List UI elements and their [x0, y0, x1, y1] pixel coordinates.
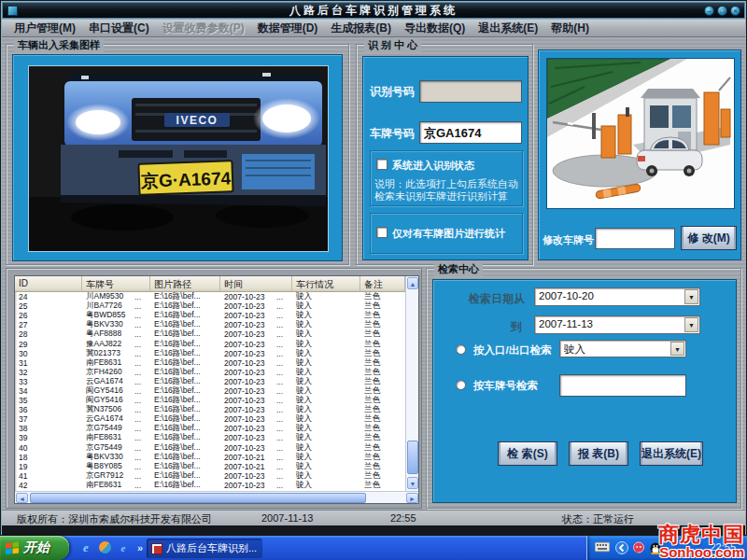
ie-quicklaunch-icon[interactable]: e	[78, 540, 93, 555]
gate-panel: 修改车牌号 修 改(M)	[538, 49, 741, 260]
table-cell: ...	[131, 443, 150, 453]
table-cell: 兰色	[360, 480, 405, 491]
menu-bar: 用户管理(M)串口设置(C)设置收费参数(P)数据管理(D)生成报表(B)导出数…	[2, 20, 745, 37]
table-cell: 2007-10-23	[220, 481, 273, 490]
search-by-plate-radio[interactable]	[456, 380, 466, 390]
window-bottom-border	[2, 525, 745, 536]
table-cell: ...	[131, 405, 150, 414]
minimize-button[interactable]: –	[704, 6, 714, 16]
chevron-down-icon[interactable]: ▼	[684, 289, 698, 304]
table-cell: 2007-10-23	[220, 443, 273, 453]
vertical-scrollbar[interactable]: ▲ ▼	[405, 276, 419, 491]
window-title: 八路后台车牌识别管理系统	[289, 3, 458, 19]
column-header-1[interactable]: 车牌号	[82, 276, 150, 292]
menu-item-1[interactable]: 串口设置(C)	[82, 21, 156, 36]
title-bar[interactable]: 八路后台车牌识别管理系统 – □ ×	[2, 2, 745, 19]
vehicle-photo: IVECO	[28, 65, 329, 252]
gate-direction-combo[interactable]: 驶入 ▼	[559, 340, 686, 357]
table-cell: ...	[273, 349, 292, 358]
horizontal-scroll-thumb[interactable]	[30, 493, 366, 503]
search-by-plate-label: 按车牌号检索	[473, 379, 538, 393]
table-cell: ...	[131, 462, 150, 471]
column-header-2[interactable]: 图片路径	[150, 276, 220, 292]
stat-only-label: 仅对有车牌图片进行统计	[392, 227, 505, 241]
table-cell: 37	[15, 414, 82, 424]
plate-number-field[interactable]: 京GA1674	[419, 121, 522, 144]
scroll-down-button[interactable]: ▼	[407, 477, 418, 489]
messenger-quicklaunch-icon[interactable]	[99, 541, 111, 553]
table-cell: 2007-10-23	[220, 377, 273, 386]
recognized-number-field[interactable]	[419, 80, 522, 103]
status-time: 22:55	[390, 512, 416, 524]
menu-item-3[interactable]: 数据管理(D)	[251, 21, 325, 36]
search-button[interactable]: 检 索(S)	[498, 441, 557, 466]
taskbar: 开始 e e » 八路后台车牌识别...	[0, 536, 747, 560]
table-cell: ...	[131, 349, 150, 358]
chevron-down-icon[interactable]: ▼	[684, 317, 698, 332]
menu-item-7[interactable]: 帮助(H)	[544, 21, 596, 36]
column-header-0[interactable]: ID	[15, 276, 82, 292]
date-to-combo[interactable]: 2007-11-13 ▼	[534, 315, 700, 334]
scroll-left-button[interactable]: ◄	[16, 493, 28, 503]
horizontal-scrollbar[interactable]: ◄ ►	[15, 491, 419, 504]
chevron-down-icon[interactable]: ▼	[670, 342, 684, 356]
column-header-3[interactable]: 时间	[220, 276, 292, 292]
date-from-combo[interactable]: 2007-10-20 ▼	[534, 287, 700, 306]
table-cell: 42	[15, 481, 82, 490]
table-cell: ...	[131, 433, 150, 442]
menu-item-5[interactable]: 导出数据(Q)	[398, 21, 472, 36]
table-cell: ...	[273, 311, 292, 320]
modify-button[interactable]: 修 改(M)	[681, 226, 737, 250]
stat-only-checkbox[interactable]	[376, 227, 388, 238]
scroll-right-button[interactable]: ►	[406, 493, 418, 503]
maximize-button[interactable]: □	[717, 6, 727, 16]
status-date: 2007-11-13	[261, 512, 313, 524]
start-button[interactable]: 开始	[0, 536, 69, 560]
table-row[interactable]: 42南FE8631...E:\16路\bef...2007-10-23...驶入…	[15, 481, 405, 490]
table-cell: 18	[15, 453, 82, 462]
exit-system-button[interactable]: 退出系统(E)	[640, 441, 703, 466]
column-header-4[interactable]: 车行情况	[292, 276, 360, 292]
start-label: 开始	[23, 539, 49, 556]
table-cell: 2007-10-23	[220, 358, 273, 368]
table-cell: ...	[131, 320, 150, 329]
table-cell: ...	[131, 424, 150, 433]
table-cell: 2007-10-23	[220, 329, 273, 339]
quicklaunch-overflow-chevron[interactable]: »	[133, 540, 148, 555]
report-button[interactable]: 报 表(B)	[569, 441, 628, 466]
column-header-5[interactable]: 备注	[360, 276, 405, 292]
auto-recognition-checkbox[interactable]	[376, 159, 388, 170]
vertical-scroll-thumb[interactable]	[407, 441, 418, 474]
menu-item-6[interactable]: 退出系统(E)	[472, 21, 544, 36]
alert-tray-icon[interactable]	[632, 541, 645, 554]
plate-query-field[interactable]	[559, 374, 686, 397]
close-button[interactable]: ×	[730, 6, 740, 16]
keyboard-tray-icon[interactable]	[595, 541, 610, 553]
search-by-gate-radio[interactable]	[456, 344, 466, 355]
table-cell: 2007-10-23	[220, 311, 273, 320]
table-cell: ...	[131, 368, 150, 377]
qq-penguin-tray-icon[interactable]	[649, 541, 662, 554]
table-cell: 2007-10-23	[220, 433, 273, 442]
table-cell: ...	[131, 329, 150, 339]
table-cell: 南FE8631	[82, 480, 131, 491]
modify-plate-field[interactable]	[595, 228, 675, 249]
task-button-active[interactable]: 八路后台车牌识别...	[147, 539, 262, 558]
table-cell: ...	[131, 481, 150, 490]
menu-item-4[interactable]: 生成报表(B)	[324, 21, 398, 36]
language-bar-tray-icon[interactable]	[615, 541, 628, 554]
auto-recognition-label: 系统进入识别状态	[392, 159, 474, 173]
table-cell: 2007-10-23	[220, 471, 273, 481]
recognition-group-title: 识 别 中 心	[364, 38, 421, 52]
app-window: 八路后台车牌识别管理系统 – □ × 用户管理(M)串口设置(C)设置收费参数(…	[0, 0, 747, 536]
table-cell: ...	[273, 481, 292, 490]
table-cell: 36	[15, 405, 82, 414]
menu-item-0[interactable]: 用户管理(M)	[7, 21, 82, 36]
table-cell: E:\16路\bef...	[150, 480, 220, 491]
browser-quicklaunch-icon[interactable]: e	[116, 540, 131, 555]
search-group-title: 检索中心	[434, 262, 483, 276]
table-cell: ...	[273, 405, 292, 414]
table-cell: ...	[131, 358, 150, 368]
scroll-up-button[interactable]: ▲	[407, 277, 418, 289]
recognition-groupbox: 识 别 中 心 识别号码 车牌号码 京GA1674 系统进入识别状态 说明：此选…	[356, 44, 533, 265]
